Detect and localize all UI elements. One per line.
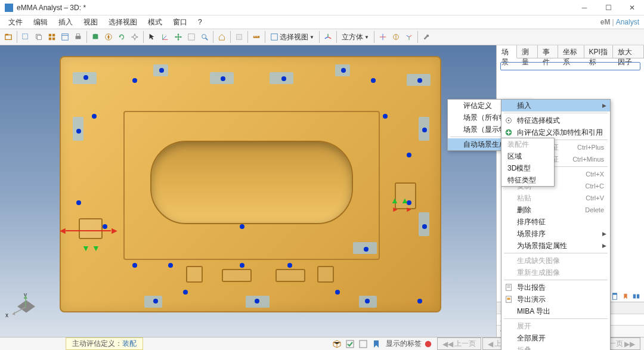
side-tabs: 场景 测量 事件 坐标系 KPI指标 放大因子 [497,45,644,58]
tab-coord[interactable]: 坐标系 [558,45,584,58]
tool-gear-icon[interactable] [129,31,141,43]
status-checked-icon[interactable] [345,339,355,349]
cm-regen: 重新生成图像 [501,267,610,278]
tool-cursor-icon[interactable] [146,31,158,43]
svg-point-16 [133,35,136,38]
tool-print-icon[interactable] [72,31,84,43]
tool-coord3-icon[interactable] [403,31,415,43]
tool-axis-icon[interactable] [159,31,171,43]
tool-window-icon[interactable] [59,31,71,43]
svg-rect-6 [52,34,55,36]
tab-scene[interactable]: 场景 [497,45,517,58]
context-menu-sub1: 插入▶ 特征选择模式 向评估定义添加特性和引用 添加特征Ctrl+Plus 删除… [501,99,611,350]
svg-rect-48 [637,295,639,299]
tool-frame-icon[interactable] [185,31,197,43]
menu-mode[interactable]: 模式 [143,16,167,29]
tool-wrench-icon[interactable] [420,31,432,43]
svg-rect-20 [188,34,195,41]
cm-export-report[interactable]: 导出报告 [501,281,610,293]
tool-grid-icon[interactable] [46,31,58,43]
status-bookmark-icon[interactable] [371,339,381,349]
tool-coord1-icon[interactable] [377,31,389,43]
main-area: ◄ ► ▼ ▼ ▲ ▲ ► ► x y [0,45,644,337]
status-unchecked-icon[interactable] [358,339,368,349]
tool-open-icon[interactable] [2,31,14,43]
tool-coord2-icon[interactable] [390,31,402,43]
tool-zoom-icon[interactable] [199,31,210,43]
context-menu-sub2: 装配件 区域 3D模型 特征类型 [501,138,555,187]
tab-zoom[interactable]: 放大因子 [613,45,644,58]
tab-kpi[interactable]: KPI指标 [584,45,614,58]
cm-collapse: 折叠 [501,344,610,350]
tool-measure-icon[interactable] [250,31,262,43]
svg-line-19 [163,36,166,39]
doc-icon [504,283,513,292]
toolbar-select-view-dropdown[interactable]: 选择视图 ▼ [268,31,317,43]
minimize-button[interactable]: ─ [572,0,596,16]
axis-widget[interactable]: x y [9,295,39,325]
side-icon-3[interactable] [611,292,619,301]
menu-edit[interactable]: 编辑 [29,16,52,29]
toolbar-cube-dropdown[interactable]: 立方体 ▼ [339,31,371,43]
3d-model: ◄ ► ▼ ▼ ▲ ▲ ► ► [60,56,441,312]
svg-line-29 [328,37,331,39]
svg-rect-23 [237,35,242,40]
cm-expand-all[interactable]: 全部展开 [501,332,610,344]
svg-rect-4 [37,35,41,39]
status-toggle-icon[interactable] [424,340,432,348]
cm-sort-feature[interactable]: 排序特征 [501,216,610,228]
side-icon-5[interactable] [632,292,640,301]
plus-circle-icon [504,128,513,137]
svg-rect-0 [5,35,12,40]
cm-scene-sort[interactable]: 场景排序▶ [501,228,610,240]
3d-viewport[interactable]: ◄ ► ▼ ▼ ▲ ▲ ► ► x y [0,45,496,337]
close-button[interactable]: ✕ [620,0,644,16]
nav-first[interactable]: ◀◀上一页 [437,337,481,350]
window-title: eMMA Analyst – 3D: * [17,4,572,12]
show-label-text: 显示的标签 [386,339,422,349]
svg-rect-8 [52,38,55,40]
cm-feature-select[interactable]: 特征选择模式 [501,114,610,126]
cm-add-eval[interactable]: 向评估定义添加特性和引用 [501,126,610,138]
tool-copy-icon[interactable] [33,31,45,43]
tool-ghost-icon[interactable] [233,31,245,43]
menu-file[interactable]: 文件 [4,16,27,29]
cm-insert[interactable]: 插入▶ [501,100,610,111]
menu-insert[interactable]: 插入 [54,16,78,29]
menu-help[interactable]: ? [193,17,207,27]
svg-rect-1 [5,34,8,36]
cm-scene-props[interactable]: 为场景指定属性▶ [501,240,610,252]
cm-feature-type[interactable]: 特征类型 [501,174,554,186]
menu-view[interactable]: 视图 [79,16,103,29]
maximize-button[interactable]: ☐ [596,0,620,16]
status-box-icon[interactable] [332,339,342,349]
brand: eM|Analyst [600,17,639,26]
tool-refresh-icon[interactable] [116,31,128,43]
svg-rect-12 [76,34,79,36]
menu-window[interactable]: 窗口 [168,16,192,29]
tool-axes3-icon[interactable] [322,31,334,43]
tool-move-icon[interactable] [172,31,184,43]
svg-rect-5 [49,34,51,36]
tab-event[interactable]: 事件 [538,45,558,58]
cm-delete[interactable]: 删除Delete [501,204,610,216]
cm-expand: 展开 [501,320,610,332]
tool-db-icon[interactable] [89,31,101,43]
cm-gen-missing: 生成缺失图像 [501,255,610,267]
side-icon-4[interactable] [621,292,630,301]
target-icon [504,116,513,125]
menu-select-view[interactable]: 选择视图 [104,16,142,29]
app-icon [5,4,13,12]
svg-rect-14 [93,35,98,39]
cm-export-presentation[interactable]: 导出演示 [501,293,610,305]
svg-rect-58 [360,340,367,348]
cm-area[interactable]: 区域 [501,150,554,162]
svg-line-31 [325,37,328,39]
doc-icon [504,295,513,304]
tab-measure[interactable]: 测量 [517,45,537,58]
tool-compass-icon[interactable] [103,31,114,43]
tool-home-icon[interactable] [216,31,228,43]
cm-3dmodel[interactable]: 3D模型 [501,162,554,174]
tool-select-icon[interactable] [20,31,32,43]
cm-miba-export[interactable]: MIBA 导出 [501,305,610,317]
